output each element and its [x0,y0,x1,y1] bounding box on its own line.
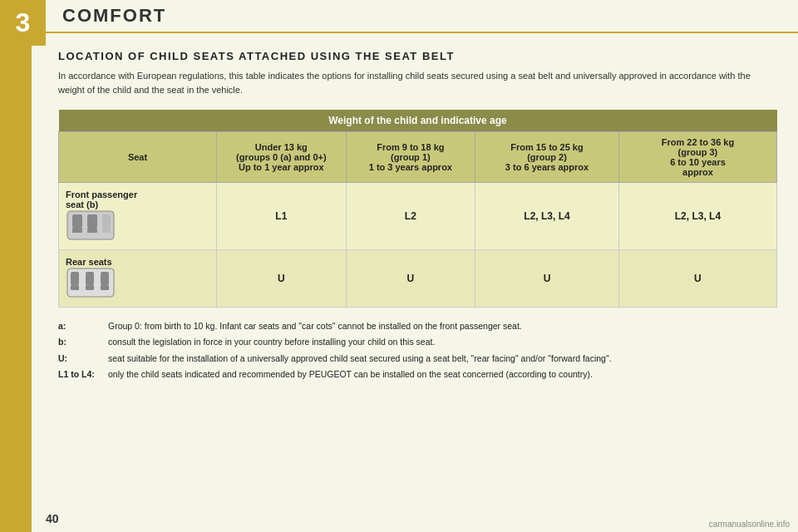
rear-22to36: U [618,250,776,308]
col-header-22to36: From 22 to 36 kg(group 3)6 to 10 yearsap… [618,132,776,183]
section-title: LOCATION OF CHILD SEATS ATTACHED USING T… [58,50,777,62]
note-b: b: consult the legislation in force in y… [58,335,777,348]
sidebar [0,0,32,532]
table-main-header: Weight of the child and indicative age [59,110,777,132]
svg-rect-3 [87,214,97,228]
rear-seat-icon [66,267,116,298]
chapter-number: 3 [16,7,31,38]
svg-rect-11 [86,285,94,290]
svg-rect-1 [72,214,82,228]
note-l1l4: L1 to L4: only the child seats indicated… [58,367,777,381]
header-bar: COMFORT [46,0,798,33]
front-15to25: L2, L3, L4 [475,183,619,250]
svg-rect-4 [87,228,97,233]
main-content: LOCATION OF CHILD SEATS ATTACHED USING T… [46,42,790,507]
table-main-header-row: Weight of the child and indicative age [59,110,777,132]
front-under13: L1 [217,183,347,250]
watermark: carmanualsonline.info [709,520,790,529]
col-header-15to25: From 15 to 25 kg(group 2)3 to 6 years ap… [475,132,619,183]
svg-rect-8 [71,272,79,285]
svg-rect-9 [71,285,79,290]
front-9to18: L2 [346,183,475,250]
chapter-badge: 3 [0,0,46,46]
rear-9to18: U [346,250,475,308]
svg-rect-5 [102,214,111,228]
seat-label-rear: Rear seats [59,250,217,308]
front-22to36: L2, L3, L4 [618,183,776,250]
rear-15to25: U [475,250,619,308]
col-header-seat: Seat [59,132,217,183]
note-a: a: Group 0: from birth to 10 kg. Infant … [58,319,777,332]
svg-rect-10 [86,272,94,285]
page-number: 40 [46,512,59,525]
intro-text: In accordance with European regulations,… [58,69,777,96]
notes-section: a: Group 0: from birth to 10 kg. Infant … [58,319,777,381]
seat-label-front: Front passengerseat (b) [59,183,217,250]
svg-rect-12 [101,272,109,285]
svg-rect-13 [101,285,109,290]
table-row: Front passengerseat (b) L1 [59,183,777,250]
child-seat-table: Weight of the child and indicative age S… [58,110,777,308]
header-title: COMFORT [62,5,166,27]
svg-rect-2 [72,228,82,233]
col-header-under13: Under 13 kg(groups 0 (a) and 0+)Up to 1 … [217,132,347,183]
rear-under13: U [217,250,347,308]
table-row: Rear seats U U U U [59,250,777,308]
col-header-row: Seat Under 13 kg(groups 0 (a) and 0+)Up … [59,132,777,183]
col-header-9to18: From 9 to 18 kg(group 1)1 to 3 years app… [346,132,475,183]
note-u: U: seat suitable for the installation of… [58,352,777,365]
front-seat-icon [66,209,116,241]
svg-rect-6 [102,228,111,233]
